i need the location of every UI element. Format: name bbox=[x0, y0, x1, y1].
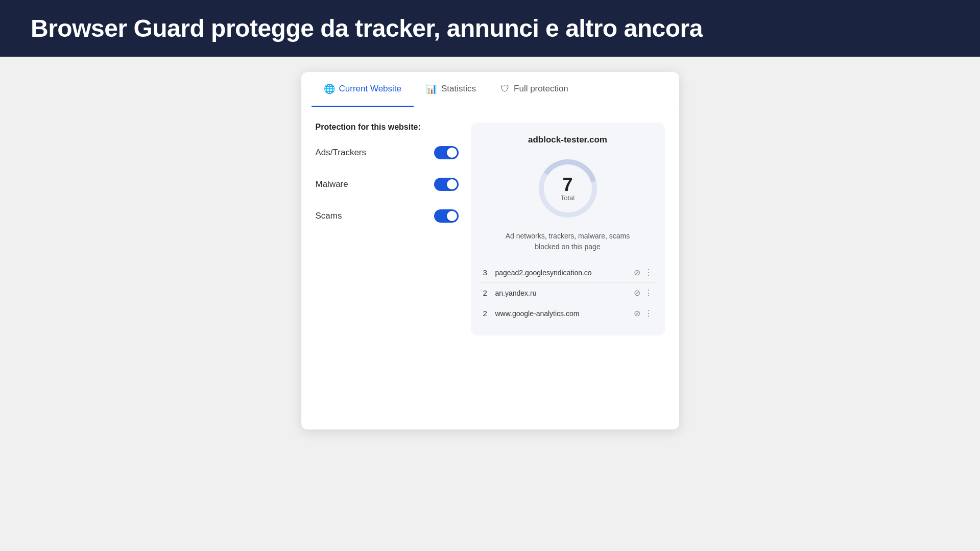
more-icon-2[interactable]: ⋮ bbox=[644, 288, 653, 298]
globe-icon: 🌐 bbox=[324, 83, 335, 94]
donut-center: 7 Total bbox=[561, 176, 575, 202]
statistics-icon: 📊 bbox=[426, 83, 437, 94]
more-icon-3[interactable]: ⋮ bbox=[644, 308, 653, 318]
site-name: adblock-tester.com bbox=[528, 135, 607, 145]
blocked-item: 2 www.google-analytics.com ⊘ ⋮ bbox=[481, 303, 655, 323]
toggle-track-malware[interactable] bbox=[434, 178, 459, 191]
blocked-count-1: 3 bbox=[483, 268, 490, 277]
header-title: Browser Guard protegge da tracker, annun… bbox=[31, 14, 703, 42]
toggle-thumb-malware bbox=[447, 179, 457, 189]
more-icon-1[interactable]: ⋮ bbox=[644, 268, 653, 277]
tab-full-protection-label: Full protection bbox=[514, 84, 568, 94]
tab-current-website-label: Current Website bbox=[339, 84, 402, 94]
toggle-row-ads-trackers: Ads/Trackers bbox=[316, 146, 459, 159]
toggle-malware[interactable] bbox=[434, 178, 459, 191]
toggle-track-scams[interactable] bbox=[434, 209, 459, 223]
blocked-domain-1: pagead2.googlesyndication.co bbox=[495, 269, 629, 277]
donut-label: Total bbox=[561, 194, 575, 202]
block-icon-1[interactable]: ⊘ bbox=[634, 268, 640, 277]
toggle-row-scams: Scams bbox=[316, 209, 459, 223]
donut-chart: 7 Total bbox=[535, 155, 601, 222]
toggle-label-ads-trackers: Ads/Trackers bbox=[316, 148, 367, 158]
block-icon-3[interactable]: ⊘ bbox=[634, 308, 640, 318]
toggle-track-ads-trackers[interactable] bbox=[434, 146, 459, 159]
toggle-thumb-scams bbox=[447, 211, 457, 221]
blocked-actions-1: ⊘ ⋮ bbox=[634, 268, 653, 277]
protection-label: Protection for this website: bbox=[316, 123, 459, 132]
right-panel: adblock-tester.com 7 Total Ad networks, … bbox=[471, 123, 665, 336]
blocked-item: 2 an.yandex.ru ⊘ ⋮ bbox=[481, 283, 655, 303]
popup-card: 🌐 Current Website 📊 Statistics 🛡 Full pr… bbox=[301, 72, 679, 429]
tab-statistics-label: Statistics bbox=[441, 84, 476, 94]
tab-current-website[interactable]: 🌐 Current Website bbox=[312, 72, 414, 107]
blocked-list: 3 pagead2.googlesyndication.co ⊘ ⋮ 2 an.… bbox=[481, 262, 655, 323]
tab-full-protection[interactable]: 🛡 Full protection bbox=[488, 73, 581, 107]
blocked-actions-2: ⊘ ⋮ bbox=[634, 288, 653, 298]
toggle-scams[interactable] bbox=[434, 209, 459, 223]
toggle-ads-trackers[interactable] bbox=[434, 146, 459, 159]
blocked-domain-2: an.yandex.ru bbox=[495, 289, 629, 297]
popup-content: Protection for this website: Ads/Tracker… bbox=[301, 107, 679, 351]
blocked-actions-3: ⊘ ⋮ bbox=[634, 308, 653, 318]
donut-number: 7 bbox=[561, 176, 575, 194]
shield-icon: 🛡 bbox=[500, 84, 510, 94]
toggle-row-malware: Malware bbox=[316, 178, 459, 191]
block-icon-2[interactable]: ⊘ bbox=[634, 288, 640, 298]
tab-statistics[interactable]: 📊 Statistics bbox=[414, 72, 488, 107]
header-banner: Browser Guard protegge da tracker, annun… bbox=[0, 0, 980, 57]
blocked-count-3: 2 bbox=[483, 309, 490, 318]
left-panel: Protection for this website: Ads/Tracker… bbox=[316, 123, 459, 336]
blocked-domain-3: www.google-analytics.com bbox=[495, 309, 629, 318]
tabs-nav: 🌐 Current Website 📊 Statistics 🛡 Full pr… bbox=[301, 72, 679, 107]
toggle-label-scams: Scams bbox=[316, 211, 342, 221]
toggle-thumb-ads-trackers bbox=[447, 148, 457, 158]
blocked-description: Ad networks, trackers, malware, scamsblo… bbox=[506, 231, 630, 252]
toggle-label-malware: Malware bbox=[316, 179, 348, 189]
blocked-item: 3 pagead2.googlesyndication.co ⊘ ⋮ bbox=[481, 262, 655, 283]
main-area: 🌐 Current Website 📊 Statistics 🛡 Full pr… bbox=[0, 57, 980, 429]
blocked-count-2: 2 bbox=[483, 289, 490, 297]
